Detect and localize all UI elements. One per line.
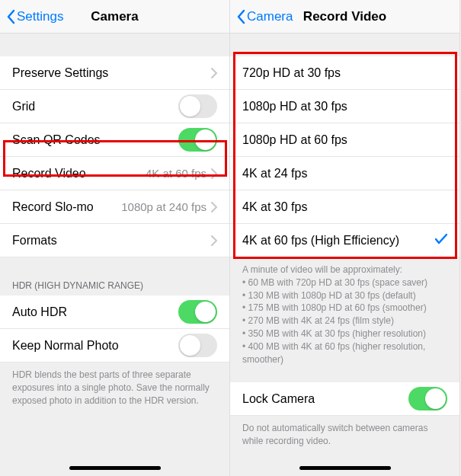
chevron-left-icon: [236, 9, 245, 24]
scan-qr-toggle[interactable]: [178, 128, 217, 152]
row-label: Lock Camera: [242, 392, 408, 406]
row-value: 4K at 60 fps: [146, 167, 206, 180]
check-icon: [435, 234, 447, 248]
row-value: 1080p at 240 fps: [121, 200, 206, 213]
back-button[interactable]: Camera: [236, 9, 293, 24]
navbar: Settings Camera: [0, 0, 229, 34]
formats-row[interactable]: Formats: [0, 224, 229, 257]
option-label: 720p HD at 30 fps: [242, 66, 447, 80]
record-video-screen: Camera Record Video 720p HD at 30 fps 10…: [230, 0, 460, 476]
home-indicator: [69, 466, 161, 470]
keep-normal-photo-row[interactable]: Keep Normal Photo: [0, 329, 229, 363]
option-label: 1080p HD at 60 fps: [242, 133, 447, 147]
preserve-settings-row[interactable]: Preserve Settings: [0, 56, 229, 90]
grid-toggle[interactable]: [178, 94, 217, 118]
lock-camera-toggle[interactable]: [408, 387, 447, 411]
lock-camera-footer: Do not automatically switch between came…: [230, 416, 459, 454]
size-footer-text: A minute of video will be approximately:…: [230, 257, 459, 372]
navbar: Camera Record Video: [230, 0, 459, 34]
option-4k-60[interactable]: 4K at 60 fps (High Efficiency): [230, 224, 459, 257]
footer-intro: A minute of video will be approximately:: [242, 264, 447, 276]
home-indicator: [299, 466, 391, 470]
footer-bullet: 350 MB with 4K at 30 fps (higher resolut…: [242, 327, 447, 340]
chevron-left-icon: [6, 9, 15, 24]
lock-camera-row[interactable]: Lock Camera: [230, 382, 459, 416]
option-720p-30[interactable]: 720p HD at 30 fps: [230, 56, 459, 90]
camera-settings-screen: Settings Camera Preserve Settings Grid S…: [0, 0, 230, 476]
chevron-right-icon: [211, 202, 217, 212]
hdr-footer-text: HDR blends the best parts of three separ…: [0, 363, 229, 413]
option-label: 4K at 30 fps: [242, 200, 447, 214]
chevron-right-icon: [211, 235, 217, 246]
option-4k-30[interactable]: 4K at 30 fps: [230, 190, 459, 224]
row-label: Formats: [12, 234, 211, 248]
row-label: Scan QR Codes: [12, 133, 178, 147]
option-1080p-30[interactable]: 1080p HD at 30 fps: [230, 90, 459, 123]
option-4k-24[interactable]: 4K at 24 fps: [230, 157, 459, 190]
option-1080p-60[interactable]: 1080p HD at 60 fps: [230, 123, 459, 157]
grid-row[interactable]: Grid: [0, 90, 229, 123]
back-label: Camera: [247, 9, 293, 24]
row-label: Keep Normal Photo: [12, 339, 178, 353]
content-area: Preserve Settings Grid Scan QR Codes Rec…: [0, 34, 229, 476]
row-label: Preserve Settings: [12, 66, 211, 80]
row-label: Grid: [12, 100, 178, 113]
row-label: Record Video: [12, 167, 146, 180]
record-video-row[interactable]: Record Video 4K at 60 fps: [0, 157, 229, 190]
footer-bullet: 60 MB with 720p HD at 30 fps (space save…: [242, 276, 447, 289]
back-button[interactable]: Settings: [6, 9, 63, 24]
footer-bullet: 175 MB with 1080p HD at 60 fps (smoother…: [242, 302, 447, 315]
option-label: 4K at 24 fps: [242, 167, 447, 180]
back-label: Settings: [17, 9, 63, 24]
auto-hdr-toggle[interactable]: [178, 300, 217, 324]
footer-bullet: 270 MB with 4K at 24 fps (film style): [242, 315, 447, 327]
hdr-section-header: HDR (HIGH DYNAMIC RANGE): [0, 276, 229, 296]
content-area: 720p HD at 30 fps 1080p HD at 30 fps 108…: [230, 34, 459, 476]
scan-qr-row[interactable]: Scan QR Codes: [0, 123, 229, 157]
footer-bullet: 400 MB with 4K at 60 fps (higher resolut…: [242, 340, 447, 366]
row-label: Auto HDR: [12, 305, 178, 319]
chevron-right-icon: [211, 68, 217, 78]
auto-hdr-row[interactable]: Auto HDR: [0, 296, 229, 329]
option-label: 1080p HD at 30 fps: [242, 100, 447, 113]
record-slomo-row[interactable]: Record Slo-mo 1080p at 240 fps: [0, 190, 229, 224]
keep-normal-toggle[interactable]: [178, 334, 217, 357]
footer-bullet: 130 MB with 1080p HD at 30 fps (default): [242, 289, 447, 302]
option-label: 4K at 60 fps (High Efficiency): [242, 234, 435, 248]
chevron-right-icon: [211, 168, 217, 179]
row-label: Record Slo-mo: [12, 200, 121, 214]
